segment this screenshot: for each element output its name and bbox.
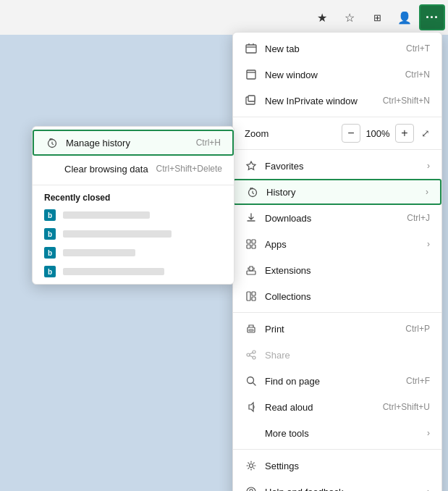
menu-item-settings[interactable]: Settings: [233, 453, 441, 479]
reading-list-btn[interactable]: ☆: [337, 4, 363, 30]
print-label: Print: [265, 324, 398, 335]
menu-item-favorites[interactable]: Favorites ›: [233, 153, 441, 179]
new-window-label: New window: [265, 70, 398, 80]
favorites-label: Favorites: [265, 161, 417, 172]
svg-point-19: [250, 464, 253, 468]
more-tools-arrow: ›: [427, 428, 430, 438]
menu-item-more-tools[interactable]: More tools ›: [233, 420, 441, 446]
svg-rect-6: [252, 240, 255, 243]
menu-item-read-aloud[interactable]: Read aloud Ctrl+Shift+U: [233, 394, 441, 420]
downloads-shortcut: Ctrl+J: [407, 213, 430, 223]
main-context-menu: New tab Ctrl+T New window Ctrl+N New InP…: [232, 32, 442, 491]
history-arrow: ›: [426, 187, 428, 197]
inprivate-label: New InPrivate window: [265, 96, 376, 106]
collections-menu-icon: [245, 290, 258, 303]
new-tab-shortcut: Ctrl+T: [406, 43, 430, 54]
new-window-icon: [245, 68, 258, 81]
menu-icon: ···: [426, 10, 439, 25]
menu-item-history[interactable]: History ›: [233, 179, 441, 205]
more-tools-icon: [245, 427, 258, 440]
new-window-shortcut: Ctrl+N: [405, 70, 430, 80]
print-icon: [245, 322, 258, 335]
menu-item-apps[interactable]: Apps ›: [233, 231, 441, 257]
collections-icon: ⊞: [373, 12, 381, 23]
help-label: Help and feedback: [265, 487, 417, 492]
find-shortcut: Ctrl+F: [406, 376, 430, 386]
zoom-value: 100%: [365, 128, 391, 139]
new-tab-icon: [245, 42, 258, 55]
svg-point-18: [248, 377, 254, 384]
inprivate-shortcut: Ctrl+Shift+N: [383, 96, 430, 106]
svg-rect-9: [247, 271, 255, 274]
clear-browsing-item[interactable]: Clear browsing data Ctrl+Shift+Delete: [33, 156, 234, 182]
history-submenu: Manage history Ctrl+H Clear browsing dat…: [32, 126, 234, 285]
divider-3: [233, 312, 441, 313]
clear-browsing-shortcut: Ctrl+Shift+Delete: [156, 164, 222, 174]
svg-point-17: [253, 356, 255, 359]
svg-rect-3: [248, 96, 255, 101]
collections-toolbar-btn[interactable]: ⊞: [364, 4, 390, 30]
apps-icon: [245, 238, 258, 251]
svg-rect-1: [247, 70, 255, 79]
print-shortcut: Ctrl+P: [405, 324, 430, 334]
menu-item-find[interactable]: Find on page Ctrl+F: [233, 368, 441, 394]
apps-label: Apps: [265, 239, 417, 250]
menu-item-help[interactable]: Help and feedback ›: [233, 479, 441, 491]
manage-history-icon: [46, 136, 59, 149]
share-icon: [245, 348, 258, 361]
bing-title-2: [63, 230, 172, 238]
bing-item-4[interactable]: b: [33, 262, 234, 281]
bing-item-3[interactable]: b: [33, 243, 234, 262]
zoom-out-btn[interactable]: −: [342, 124, 360, 143]
manage-history-item[interactable]: Manage history Ctrl+H: [33, 130, 234, 156]
settings-label: Settings: [265, 461, 430, 471]
menu-item-print[interactable]: Print Ctrl+P: [233, 316, 441, 342]
svg-rect-11: [252, 292, 255, 295]
collections-label: Collections: [265, 291, 430, 302]
svg-point-15: [253, 351, 255, 353]
bing-item-2[interactable]: b: [33, 224, 234, 243]
history-label: History: [266, 187, 415, 198]
more-tools-label: More tools: [265, 428, 417, 439]
inprivate-icon: [245, 94, 258, 107]
find-icon: [245, 374, 258, 387]
menu-item-new-window[interactable]: New window Ctrl+N: [233, 62, 441, 88]
svg-rect-7: [247, 245, 250, 248]
manage-history-shortcut: Ctrl+H: [196, 138, 221, 148]
menu-item-collections[interactable]: Collections: [233, 283, 441, 309]
divider-4: [233, 449, 441, 450]
bing-favicon-2: b: [44, 228, 56, 240]
bing-title-4: [63, 268, 164, 275]
read-aloud-icon: [245, 400, 258, 414]
zoom-expand-icon[interactable]: ⤢: [421, 127, 430, 139]
reading-icon: ☆: [345, 11, 355, 25]
downloads-icon: [245, 211, 258, 224]
favorites-arrow: ›: [427, 161, 430, 171]
submenu-divider-1: [33, 185, 234, 185]
zoom-in-btn[interactable]: +: [395, 124, 414, 143]
menu-item-extensions[interactable]: Extensions: [233, 257, 441, 283]
divider-1: [233, 117, 441, 117]
manage-history-label: Manage history: [66, 138, 189, 148]
apps-arrow: ›: [427, 239, 430, 249]
menu-item-new-tab[interactable]: New tab Ctrl+T: [233, 35, 441, 62]
help-arrow: ›: [427, 487, 430, 491]
bing-item-1[interactable]: b: [33, 206, 234, 224]
recently-closed-header: Recently closed: [33, 188, 234, 206]
divider-2: [233, 149, 441, 150]
zoom-row: Zoom − 100% + ⤢: [233, 120, 441, 146]
svg-rect-0: [246, 45, 256, 53]
menu-item-downloads[interactable]: Downloads Ctrl+J: [233, 205, 441, 231]
clear-browsing-icon: [44, 162, 57, 175]
browser-toolbar: ★ ☆ ⊞ 👤 ···: [0, 0, 448, 35]
extensions-icon: [245, 264, 258, 277]
history-icon: [246, 185, 259, 198]
help-icon: [245, 485, 258, 491]
menu-item-inprivate[interactable]: New InPrivate window Ctrl+Shift+N: [233, 88, 441, 114]
bing-favicon-3: b: [44, 247, 56, 259]
favorites-toolbar-btn[interactable]: ★: [309, 4, 335, 30]
menu-btn[interactable]: ···: [419, 4, 445, 30]
svg-rect-14: [249, 330, 253, 331]
profile-btn[interactable]: 👤: [392, 4, 418, 30]
svg-rect-5: [247, 240, 250, 243]
